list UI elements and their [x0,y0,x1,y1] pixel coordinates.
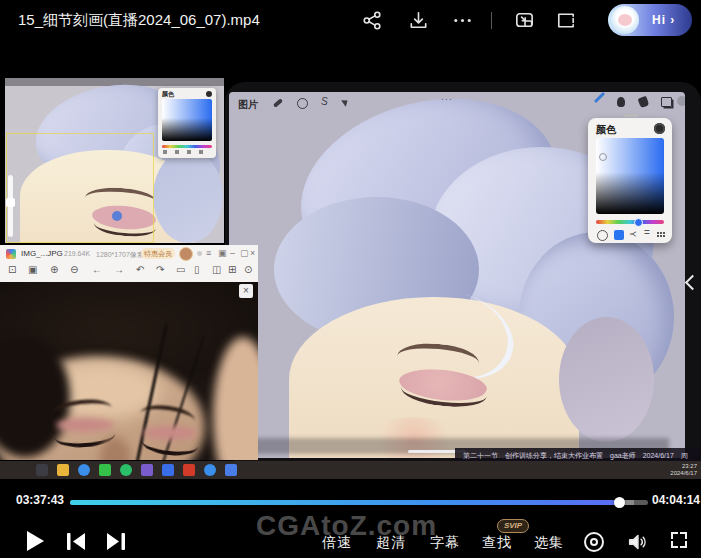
banner-topic: 创作训练分享，结束大作业布置 [505,451,603,461]
viewer-layout-icon: ▣ [218,249,227,258]
reference-photo: × [0,282,258,460]
banner-lesson: 第二十一节 [463,451,498,461]
subtitles-button[interactable]: 字幕 [430,534,460,552]
fs-corner [680,532,687,539]
current-time: 03:37:43 [16,493,64,507]
value-mode-icon: = [644,227,650,238]
task-view-icon [36,464,48,476]
wechat-icon [99,464,111,476]
viewer-close-icon: × [250,249,255,258]
browser-icon [78,464,90,476]
video-player-window: 15_细节刻画(直播2024_06_07).mp4 Hi › [0,0,701,558]
pip-camera-view: 颜色 [5,78,224,243]
seek-bar[interactable] [70,500,648,505]
viewer-filename: IMG_...JPG [21,249,63,258]
audio-mode-inner-dot [590,538,598,546]
clock-time: 23:27 [670,463,697,470]
disc-mode-icon [597,230,608,241]
pip-hue-slider [162,145,212,148]
viewer-fullscreen-icon: ⊡ [8,265,16,275]
viewer-compare-icon: ◫ [212,265,221,275]
taskbar-clock: 23:27 2024/6/17 [670,463,697,477]
viewer-zoom-in-icon: ⊕ [50,265,58,275]
pip-mode-icons [163,150,211,154]
video-frame[interactable]: 图片 S ··· 颜色 [0,45,701,487]
panel-drag-handle [623,114,639,117]
avatar-face [618,14,632,26]
fs-corner [671,541,678,548]
seek-bar-fill [70,500,620,505]
more-icon[interactable] [451,9,474,32]
video-title: 15_细节刻画(直播2024_06_07).mp4 [18,11,260,30]
share-icon[interactable] [361,9,384,32]
eraser-icon [638,96,650,108]
quality-button[interactable]: 超清 [376,534,406,552]
video-app-icon [120,464,132,476]
banner-teacher: gaa老师 [610,451,636,461]
speed-button[interactable]: 倍速 [322,534,352,552]
hue-slider-thumb [634,218,643,227]
viewer-phone-icon: ▯ [194,265,200,275]
next-button[interactable] [104,531,128,552]
viewer-settings-icon: ⊙ [244,265,252,275]
viewer-maximize-icon: ▢ [240,249,249,258]
viewer-rotate-right-icon: ↷ [156,265,164,275]
audio-mode-icon[interactable] [584,532,604,552]
capture-selection-rect [6,133,154,243]
painting-ear-shadow [559,317,654,442]
design-app-icon [141,464,153,476]
member-badge: 特惠会员 [141,248,175,259]
pip-color-panel: 颜色 [158,88,216,158]
image-viewer-window: IMG_...JPG 219.64K 1280*1707像素 特惠会员 ≡ ▣ … [0,245,258,283]
pip-color-history-icon [206,91,212,97]
color-panel: 颜色 Y = [588,118,672,243]
fs-corner [671,532,678,539]
layers-icon [661,97,672,107]
svip-badge: SVIP [497,519,529,533]
pip-color-panel-title: 颜色 [162,90,174,99]
saturation-square [596,138,664,214]
brush-icon [594,92,605,103]
fullscreen-icon[interactable] [671,532,687,548]
store-icon [225,464,237,476]
pip-saturation-square [162,99,212,141]
viewer-menu-icon: ≡ [206,249,211,258]
viewer-grid-icon: ⊞ [228,265,236,275]
pip-hair-side [153,150,223,243]
selection-icon: S [321,96,328,107]
clock-date: 2024/6/17 [670,470,697,477]
windows-taskbar: 23:27 2024/6/17 [0,461,701,479]
play-button[interactable] [27,531,44,551]
color-history-icon [654,123,665,134]
viewer-status-dot [197,251,202,256]
mini-player-icon[interactable] [513,9,536,32]
office-w-icon [183,464,195,476]
avatar [611,6,639,34]
viewer-logo [6,249,16,259]
viewer-avatar [179,247,193,261]
banner-weekday: 周 [681,451,688,461]
fs-corner [680,541,687,548]
viewer-dimensions: 1280*1707像素 [96,250,144,260]
search-button[interactable]: 查找 [482,534,512,552]
previous-button[interactable] [64,531,88,552]
account-pill[interactable]: Hi › [608,4,692,36]
viewer-zoom-out-icon: ⊖ [70,265,78,275]
palettes-mode-icon [657,232,659,234]
edge-icon [204,464,216,476]
duration: 04:04:14 [652,493,700,507]
pip-sidebar-button [6,198,15,207]
volume-icon[interactable] [626,531,648,553]
download-icon[interactable] [407,9,430,32]
pen-app-icon [162,464,174,476]
episodes-button[interactable]: 选集 [534,534,564,552]
seek-thumb[interactable] [614,497,625,508]
photo-close-button: × [239,284,253,298]
adjustments-icon [297,98,308,109]
color-panel-title: 颜色 [596,123,616,137]
cast-screen-icon[interactable] [554,9,577,32]
viewer-minimize-icon: – [230,249,235,258]
viewer-prev-icon: ← [92,265,102,275]
viewer-next-icon: → [114,265,124,275]
active-color-swatch [677,96,685,106]
